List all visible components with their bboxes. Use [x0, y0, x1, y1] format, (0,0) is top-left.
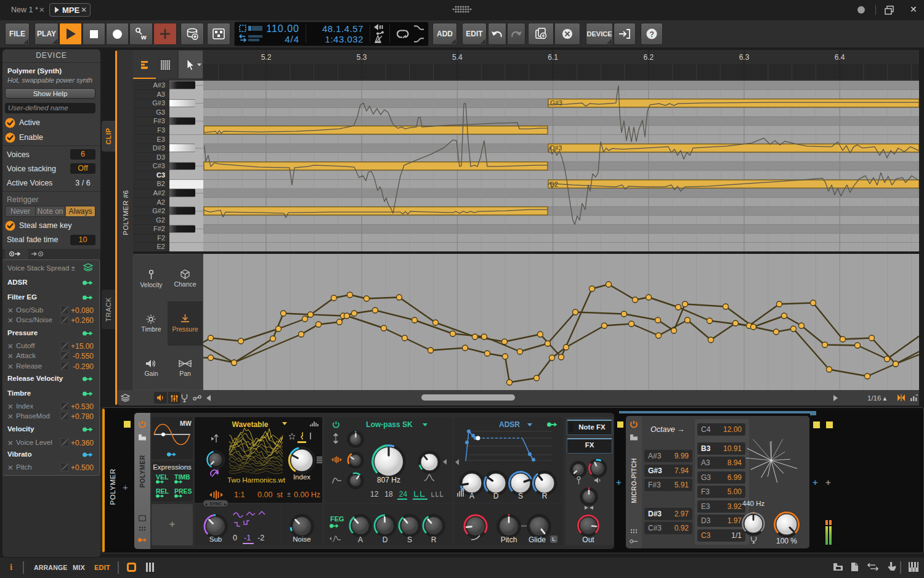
svg-text:w: w [140, 33, 147, 41]
svg-text:G#3: G#3 [550, 99, 562, 107]
svg-text:?: ? [650, 30, 654, 39]
svg-text:D#3: D#3 [550, 144, 562, 152]
